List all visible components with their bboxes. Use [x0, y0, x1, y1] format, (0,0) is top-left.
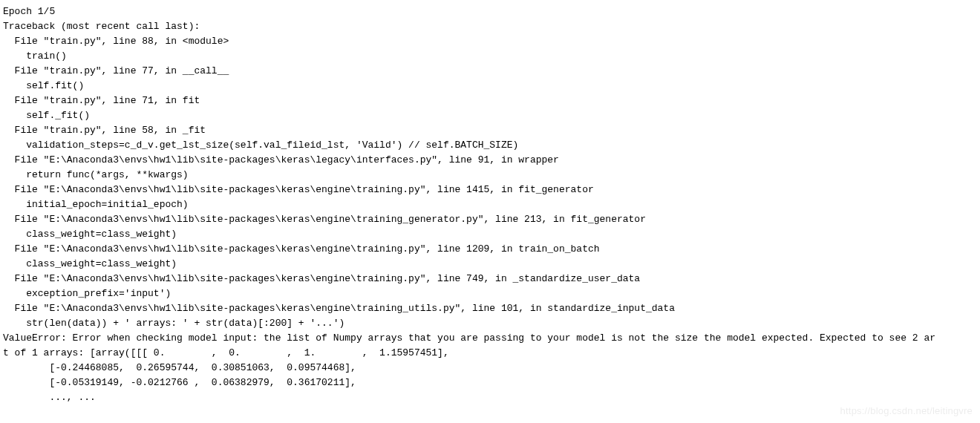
- traceback-line: validation_steps=c_d_v.get_lst_size(self…: [3, 138, 977, 153]
- traceback-line: File "E:\Anaconda3\envs\hw1\lib\site-pac…: [3, 301, 977, 316]
- traceback-line: File "E:\Anaconda3\envs\hw1\lib\site-pac…: [3, 153, 977, 168]
- traceback-line: return func(*args, **kwargs): [3, 168, 977, 183]
- traceback-line: [-0.24468085, 0.26595744, 0.30851063, 0.…: [3, 361, 977, 376]
- traceback-line: File "E:\Anaconda3\envs\hw1\lib\site-pac…: [3, 183, 977, 197]
- traceback-line: class_weight=class_weight): [3, 227, 977, 242]
- traceback-line: self.fit(): [3, 79, 977, 94]
- traceback-line: File "train.py", line 88, in <module>: [3, 34, 977, 49]
- traceback-line: ValueError: Error when checking model in…: [3, 331, 977, 346]
- traceback-line: File "train.py", line 58, in _fit: [3, 123, 977, 138]
- traceback-line: ..., ...: [3, 390, 977, 405]
- traceback-line: File "E:\Anaconda3\envs\hw1\lib\site-pac…: [3, 272, 977, 286]
- traceback-line: class_weight=class_weight): [3, 257, 977, 272]
- traceback-line: File "train.py", line 77, in __call__: [3, 64, 977, 79]
- traceback-line: File "E:\Anaconda3\envs\hw1\lib\site-pac…: [3, 242, 977, 257]
- traceback-line: exception_prefix='input'): [3, 286, 977, 301]
- traceback-line: str(len(data)) + ' arrays: ' + str(data)…: [3, 316, 977, 331]
- watermark-text: https://blog.csdn.net/leitingvre: [840, 404, 973, 419]
- traceback-line: File "train.py", line 71, in fit: [3, 94, 977, 108]
- traceback-line: [-0.05319149, -0.0212766 , 0.06382979, 0…: [3, 376, 977, 390]
- traceback-line: train(): [3, 49, 977, 64]
- traceback-line: File "E:\Anaconda3\envs\hw1\lib\site-pac…: [3, 212, 977, 227]
- traceback-line: initial_epoch=initial_epoch): [3, 197, 977, 212]
- traceback-line: t of 1 arrays: [array([[[ 0. , 0. , 1. ,…: [3, 346, 977, 361]
- traceback-line: self._fit(): [3, 108, 977, 123]
- traceback-output: Epoch 1/5Traceback (most recent call las…: [0, 0, 980, 410]
- traceback-line: Epoch 1/5: [3, 4, 977, 19]
- traceback-line: Traceback (most recent call last):: [3, 19, 977, 34]
